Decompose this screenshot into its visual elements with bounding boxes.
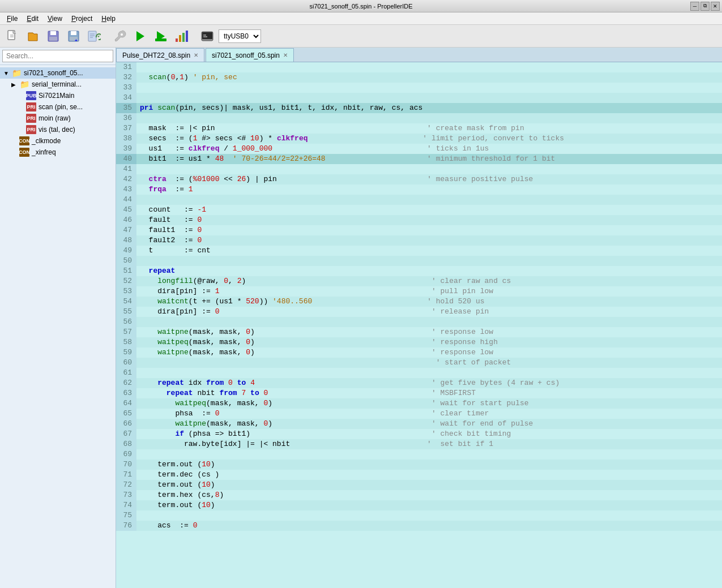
tree-item-moin[interactable]: ▶ PRI moin (raw) — [0, 113, 116, 124]
code-line-76: 76 acs := 0 — [116, 521, 722, 531]
menu-project[interactable]: Project — [67, 14, 97, 24]
code-line-41: 41 — [116, 164, 722, 174]
svg-point-15 — [121, 33, 123, 36]
svg-rect-7 — [71, 31, 76, 35]
open-file-button[interactable] — [24, 27, 42, 45]
tree-item-serial-terminal[interactable]: ▶ 📁 serial_terminal... — [0, 79, 116, 90]
terminal-icon — [200, 29, 214, 43]
search-input[interactable] — [2, 50, 113, 62]
code-line-39: 39 us1 := clkfreq / 1_000_000 ' ticks in… — [116, 144, 722, 154]
load-ram-button[interactable] — [152, 27, 170, 45]
tab-pulse-dht22-label: Pulse_DHT22_08.spin — [122, 51, 190, 59]
code-line-59: 59 waitpne(mask, mask, 0) ' response low — [116, 347, 722, 358]
tab-si7021[interactable]: si7021_sonoff_05.spin ✕ — [206, 48, 294, 62]
preferences-button[interactable] — [111, 27, 129, 45]
svg-rect-19 — [176, 38, 178, 42]
code-line-52: 52 longfill(@raw, 0, 2) ' clear raw and … — [116, 276, 722, 286]
code-line-38: 38 secs := (1 #> secs <# 10) * clkfreq '… — [116, 134, 722, 144]
tree-xinfreq-label: _xinfreq — [32, 148, 56, 156]
tree-si7021-label: Si7021Main — [39, 92, 74, 100]
tab-si7021-close[interactable]: ✕ — [283, 52, 288, 58]
code-line-53: 53 dira[pin] := 1 ' pull pin low — [116, 286, 722, 297]
main-area: ▼ 📁 si7021_sonoff_05... ▶ 📁 serial_termi… — [0, 48, 722, 588]
compile-run-button[interactable] — [131, 27, 149, 45]
tty-select[interactable]: ttyUSB0 — [219, 29, 261, 43]
open-recent-icon — [87, 29, 101, 43]
minimize-button[interactable]: ─ — [690, 2, 699, 11]
code-line-43: 43 frqa := 1 — [116, 184, 722, 195]
tree-toggle-serial[interactable]: ▶ — [11, 81, 17, 88]
code-line-45: 45 count := -1 — [116, 205, 722, 215]
serial-monitor-button[interactable] — [172, 27, 190, 45]
code-line-71: 71 term.dec (cs ) — [116, 470, 722, 480]
new-file-button[interactable] — [3, 27, 22, 45]
tree-item-clkmode[interactable]: ▶ CON _clkmode — [0, 135, 116, 147]
svg-rect-22 — [186, 31, 188, 42]
code-line-51: 51 repeat — [116, 266, 722, 276]
tree-root-label: si7021_sonoff_05... — [24, 69, 83, 77]
tab-pulse-dht22[interactable]: Pulse_DHT22_08.spin ✕ — [116, 48, 204, 62]
code-line-55: 55 dira[pin] := 0 ' release pin — [116, 307, 722, 317]
code-editor[interactable]: 31 32 scan(0,1) ' pin, sec 33 34 35 pri — [116, 62, 722, 588]
code-line-37: 37 mask := |< pin ' create mask from pin — [116, 123, 722, 134]
menu-edit[interactable]: Edit — [22, 14, 43, 24]
chart-icon — [174, 29, 188, 43]
svg-marker-16 — [136, 31, 144, 41]
tree-item-vis[interactable]: ▶ PRI vis (tal, dec) — [0, 124, 116, 135]
tree-toggle-root[interactable]: ▼ — [3, 70, 9, 76]
code-line-69: 69 — [116, 449, 722, 460]
tree-moin-label: moin (raw) — [39, 114, 71, 122]
pri-icon-vis: PRI — [26, 125, 36, 134]
code-line-64: 64 waitpeq(mask, mask, 0) ' wait for sta… — [116, 398, 722, 409]
code-line-68: 68 raw.byte[idx] |= |< nbit ' set bit if… — [116, 439, 722, 449]
code-line-66: 66 waitpne(mask, mask, 0) ' wait for end… — [116, 419, 722, 429]
tree-vis-label: vis (tal, dec) — [39, 126, 75, 134]
close-button[interactable]: ✕ — [711, 2, 720, 11]
pri-icon-scan: PRI — [26, 102, 36, 111]
code-line-72: 72 term.out (10) — [116, 480, 722, 490]
folder-icon: 📁 — [11, 68, 22, 78]
editor-area: Pulse_DHT22_08.spin ✕ si7021_sonoff_05.s… — [116, 48, 722, 588]
svg-rect-10 — [88, 31, 96, 41]
sidebar: ▼ 📁 si7021_sonoff_05... ▶ 📁 serial_termi… — [0, 48, 116, 588]
code-line-61: 61 — [116, 368, 722, 378]
save-icon — [46, 29, 60, 43]
code-line-67: 67 if (phsa => bit1) ' check bit timing — [116, 429, 722, 439]
open-recent-button[interactable] — [85, 27, 103, 45]
code-line-70: 70 term.out (10) — [116, 460, 722, 470]
code-line-47: 47 fault1 := 0 — [116, 225, 722, 235]
code-line-57: 57 waitpne(mask, mask, 0) ' response low — [116, 327, 722, 337]
save-as-button[interactable]: + — [65, 27, 83, 45]
menu-help[interactable]: Help — [97, 14, 120, 24]
code-line-58: 58 waitpeq(mask, mask, 0) ' response hig… — [116, 337, 722, 347]
open-file-icon — [26, 29, 40, 43]
tab-pulse-dht22-close[interactable]: ✕ — [194, 52, 198, 58]
tab-bar: Pulse_DHT22_08.spin ✕ si7021_sonoff_05.s… — [116, 48, 722, 62]
tab-si7021-label: si7021_sonoff_05.spin — [212, 51, 280, 59]
code-line-75: 75 — [116, 510, 722, 521]
code-line-46: 46 fault := 0 — [116, 215, 722, 225]
restore-button[interactable]: ⧉ — [700, 2, 710, 11]
menubar: File Edit View Project Help — [0, 12, 722, 25]
terminal-button[interactable] — [198, 27, 216, 45]
svg-rect-5 — [49, 37, 57, 41]
tree-clkmode-label: _clkmode — [32, 137, 61, 145]
menu-file[interactable]: File — [2, 14, 22, 24]
tree-item-scan[interactable]: ▶ PRI scan (pin, se... — [0, 101, 116, 113]
svg-rect-20 — [179, 35, 181, 42]
tree-item-xinfreq[interactable]: ▶ CON _xinfreq — [0, 147, 116, 158]
con-icon-clkmode: CON — [19, 136, 29, 145]
tree-root-item[interactable]: ▼ 📁 si7021_sonoff_05... — [0, 67, 116, 79]
search-box — [0, 48, 116, 65]
tree-item-si7021main[interactable]: ▶ PUB Si7021Main — [0, 90, 116, 101]
code-line-48: 48 fault2 := 0 — [116, 235, 722, 246]
con-icon-xinfreq: CON — [19, 148, 29, 157]
save-button[interactable] — [44, 27, 62, 45]
svg-text:+: + — [75, 38, 78, 43]
compile-run-icon — [134, 29, 147, 43]
menu-view[interactable]: View — [43, 14, 67, 24]
pri-icon-moin: PRI — [26, 114, 36, 123]
load-ram-icon — [154, 29, 168, 43]
svg-rect-4 — [50, 31, 56, 35]
titlebar: si7021_sonoff_05.spin - PropellerIDE ─ ⧉… — [0, 0, 722, 12]
